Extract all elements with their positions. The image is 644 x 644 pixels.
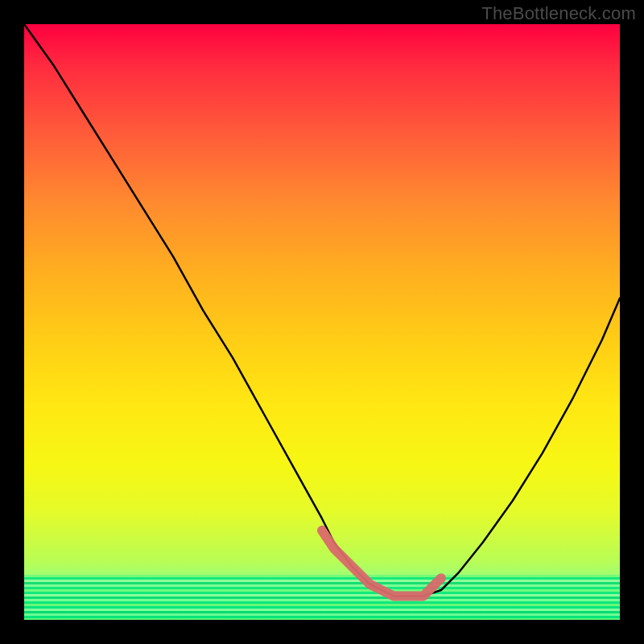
watermark-text: TheBottleneck.com — [481, 3, 636, 24]
curve-svg — [24, 24, 620, 620]
plot-area — [24, 24, 620, 620]
chart-container: TheBottleneck.com — [0, 0, 644, 644]
bottleneck-curve-path — [24, 24, 620, 596]
sweet-spot-marker-path — [322, 530, 441, 596]
